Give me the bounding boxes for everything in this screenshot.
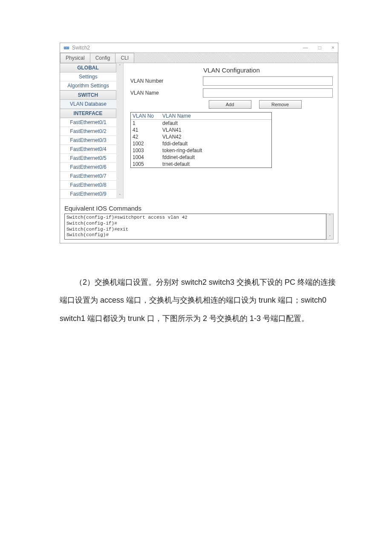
add-button[interactable]: Add	[209, 100, 251, 109]
document-paragraph: （2）交换机端口设置。分别对 switch2 switch3 交换机下设的 PC…	[60, 273, 341, 327]
sidebar-item-fe0-8[interactable]: FastEthernet0/8	[60, 181, 116, 190]
tab-config[interactable]: Config	[90, 53, 116, 63]
tab-bar: Physical Config CLI	[60, 52, 338, 63]
vlan-number-input[interactable]	[203, 76, 333, 86]
sidebar-item-fe0-1[interactable]: FastEthernet0/1	[60, 118, 116, 127]
table-row[interactable]: 1004fddinet-default	[131, 154, 271, 161]
tab-cli[interactable]: CLI	[115, 53, 134, 63]
scroll-down-icon[interactable]: ˅	[119, 194, 121, 198]
sidebar-item-algorithm-settings[interactable]: Algorithm Settings	[60, 81, 116, 90]
sidebar-item-fe0-3[interactable]: FastEthernet0/3	[60, 136, 116, 145]
scroll-up-icon[interactable]: ˄	[329, 214, 331, 218]
svg-rect-2	[66, 47, 67, 49]
vlan-table: VLAN No VLAN Name 1default 41VLAN41 42VL…	[130, 112, 272, 168]
sidebar-scrollbar[interactable]: ˄ ˅	[116, 63, 123, 199]
svg-rect-1	[65, 47, 66, 49]
svg-rect-3	[68, 47, 69, 49]
table-row[interactable]: 1002fddi-default	[131, 140, 271, 147]
vlan-name-label: VLAN Name	[130, 90, 203, 96]
sidebar-item-fe0-9[interactable]: FastEthernet0/9	[60, 190, 116, 199]
close-button[interactable]: ×	[331, 45, 334, 51]
table-row[interactable]: 42VLAN42	[131, 133, 271, 140]
minimize-button[interactable]: —	[303, 45, 308, 51]
maximize-button[interactable]: □	[318, 45, 321, 51]
switch-config-window: Switch2 — □ × Physical Config CLI GLOBAL…	[60, 43, 338, 243]
sidebar-item-fe0-7[interactable]: FastEthernet0/7	[60, 172, 116, 181]
panel-title: VLAN Configuration	[130, 66, 333, 74]
tab-physical[interactable]: Physical	[60, 53, 90, 63]
window-title: Switch2	[72, 45, 303, 51]
switch-icon	[63, 45, 69, 51]
main-panel: VLAN Configuration VLAN Number VLAN Name…	[124, 63, 338, 199]
scroll-up-icon[interactable]: ˄	[119, 64, 121, 68]
ios-scrollbar[interactable]: ˄ ˅	[326, 214, 334, 240]
config-sidebar: GLOBAL Settings Algorithm Settings SWITC…	[60, 63, 116, 199]
table-row[interactable]: 41VLAN41	[131, 127, 271, 133]
sidebar-item-fe0-4[interactable]: FastEthernet0/4	[60, 145, 116, 154]
col-vlan-no: VLAN No	[133, 113, 162, 119]
vlan-table-header: VLAN No VLAN Name	[131, 113, 271, 120]
sidebar-item-fe0-6[interactable]: FastEthernet0/6	[60, 163, 116, 172]
ios-commands-title: Equivalent IOS Commands	[64, 205, 334, 212]
sidebar-header-interface: INTERFACE	[60, 109, 116, 118]
titlebar: Switch2 — □ ×	[60, 43, 338, 52]
table-row[interactable]: 1003token-ring-default	[131, 147, 271, 154]
remove-button[interactable]: Remove	[259, 100, 302, 109]
scroll-down-icon[interactable]: ˅	[329, 235, 331, 239]
sidebar-item-settings[interactable]: Settings	[60, 72, 116, 81]
vlan-number-label: VLAN Number	[130, 78, 203, 84]
vlan-name-input[interactable]	[203, 88, 333, 98]
table-row[interactable]: 1005trnet-default	[131, 161, 271, 168]
ios-commands-output: Switch(config-if)#switchport access vlan…	[64, 214, 326, 240]
sidebar-header-global: GLOBAL	[60, 63, 116, 72]
sidebar-item-vlan-database[interactable]: VLAN Database	[60, 100, 116, 109]
col-vlan-name: VLAN Name	[162, 113, 270, 119]
sidebar-item-fe0-5[interactable]: FastEthernet0/5	[60, 154, 116, 163]
sidebar-header-switch: SWITCH	[60, 90, 116, 100]
table-row[interactable]: 1default	[131, 120, 271, 127]
sidebar-item-fe0-2[interactable]: FastEthernet0/2	[60, 127, 116, 136]
